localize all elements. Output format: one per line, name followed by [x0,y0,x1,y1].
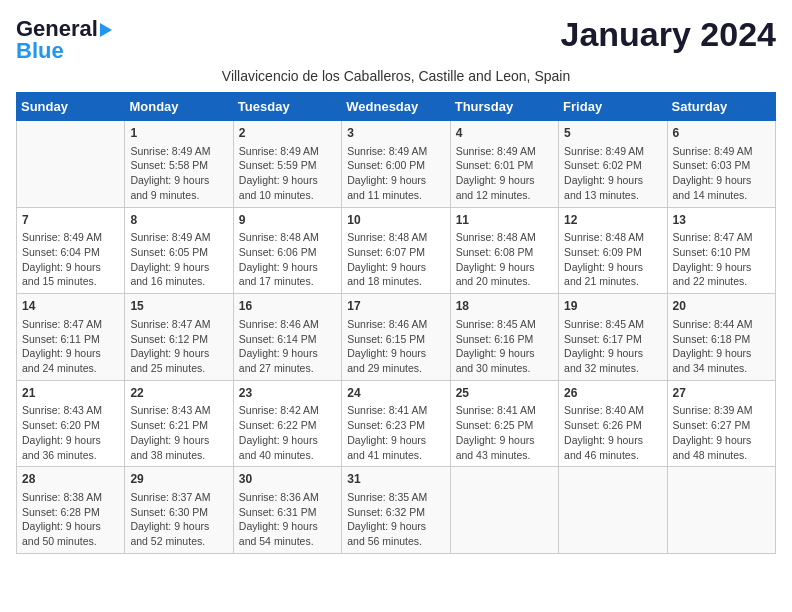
cell-line: and 54 minutes. [239,534,336,549]
cell-content: Sunrise: 8:38 AMSunset: 6:28 PMDaylight:… [22,490,119,549]
cell-line: Daylight: 9 hours [456,433,553,448]
cell-line: Sunset: 6:22 PM [239,418,336,433]
cell-line: Daylight: 9 hours [22,433,119,448]
cell-line: Daylight: 9 hours [239,346,336,361]
day-header-tuesday: Tuesday [233,93,341,121]
calendar-cell: 23Sunrise: 8:42 AMSunset: 6:22 PMDayligh… [233,380,341,467]
cell-line: and 32 minutes. [564,361,661,376]
cell-line: Daylight: 9 hours [673,260,770,275]
cell-line: Sunset: 5:58 PM [130,158,227,173]
cell-line: Sunrise: 8:39 AM [673,403,770,418]
cell-line: Sunrise: 8:37 AM [130,490,227,505]
day-number: 10 [347,212,444,229]
cell-content: Sunrise: 8:41 AMSunset: 6:25 PMDaylight:… [456,403,553,462]
week-row-5: 28Sunrise: 8:38 AMSunset: 6:28 PMDayligh… [17,467,776,554]
cell-line: Daylight: 9 hours [347,433,444,448]
cell-line: Daylight: 9 hours [564,433,661,448]
day-number: 22 [130,385,227,402]
cell-line: Sunrise: 8:48 AM [456,230,553,245]
cell-line: Sunset: 6:15 PM [347,332,444,347]
cell-line: and 12 minutes. [456,188,553,203]
cell-content: Sunrise: 8:49 AMSunset: 6:02 PMDaylight:… [564,144,661,203]
calendar-cell [450,467,558,554]
cell-line: and 18 minutes. [347,274,444,289]
day-number: 16 [239,298,336,315]
day-header-friday: Friday [559,93,667,121]
calendar-cell: 31Sunrise: 8:35 AMSunset: 6:32 PMDayligh… [342,467,450,554]
calendar-cell: 8Sunrise: 8:49 AMSunset: 6:05 PMDaylight… [125,207,233,294]
calendar-table: SundayMondayTuesdayWednesdayThursdayFrid… [16,92,776,554]
cell-line: and 25 minutes. [130,361,227,376]
calendar-cell: 29Sunrise: 8:37 AMSunset: 6:30 PMDayligh… [125,467,233,554]
day-number: 30 [239,471,336,488]
calendar-cell: 28Sunrise: 8:38 AMSunset: 6:28 PMDayligh… [17,467,125,554]
day-number: 7 [22,212,119,229]
day-number: 26 [564,385,661,402]
cell-line: Daylight: 9 hours [130,433,227,448]
calendar-cell: 12Sunrise: 8:48 AMSunset: 6:09 PMDayligh… [559,207,667,294]
cell-line: Sunset: 6:07 PM [347,245,444,260]
cell-line: Daylight: 9 hours [22,260,119,275]
cell-line: Daylight: 9 hours [239,173,336,188]
day-number: 20 [673,298,770,315]
day-number: 1 [130,125,227,142]
cell-line: and 17 minutes. [239,274,336,289]
cell-line: and 9 minutes. [130,188,227,203]
cell-line: Sunrise: 8:49 AM [130,230,227,245]
cell-content: Sunrise: 8:47 AMSunset: 6:10 PMDaylight:… [673,230,770,289]
cell-line: Daylight: 9 hours [673,173,770,188]
cell-line: Sunrise: 8:43 AM [130,403,227,418]
day-number: 9 [239,212,336,229]
cell-line: and 29 minutes. [347,361,444,376]
cell-line: and 38 minutes. [130,448,227,463]
cell-line: Daylight: 9 hours [347,173,444,188]
calendar-cell: 16Sunrise: 8:46 AMSunset: 6:14 PMDayligh… [233,294,341,381]
day-number: 23 [239,385,336,402]
cell-content: Sunrise: 8:36 AMSunset: 6:31 PMDaylight:… [239,490,336,549]
week-row-1: 1Sunrise: 8:49 AMSunset: 5:58 PMDaylight… [17,121,776,208]
cell-line: Sunrise: 8:35 AM [347,490,444,505]
day-number: 24 [347,385,444,402]
cell-content: Sunrise: 8:47 AMSunset: 6:11 PMDaylight:… [22,317,119,376]
day-number: 12 [564,212,661,229]
cell-line: Sunset: 6:26 PM [564,418,661,433]
cell-line: Sunset: 6:05 PM [130,245,227,260]
day-number: 14 [22,298,119,315]
calendar-cell: 10Sunrise: 8:48 AMSunset: 6:07 PMDayligh… [342,207,450,294]
day-number: 25 [456,385,553,402]
cell-content: Sunrise: 8:49 AMSunset: 6:01 PMDaylight:… [456,144,553,203]
day-number: 4 [456,125,553,142]
cell-line: Sunrise: 8:48 AM [564,230,661,245]
cell-line: Sunset: 6:11 PM [22,332,119,347]
day-number: 31 [347,471,444,488]
cell-line: Sunset: 6:00 PM [347,158,444,173]
cell-line: and 36 minutes. [22,448,119,463]
cell-line: Sunrise: 8:48 AM [347,230,444,245]
cell-line: Daylight: 9 hours [130,173,227,188]
title-block: January 2024 [561,16,777,53]
cell-line: Daylight: 9 hours [456,173,553,188]
cell-line: Daylight: 9 hours [347,346,444,361]
cell-line: Daylight: 9 hours [347,260,444,275]
cell-content: Sunrise: 8:47 AMSunset: 6:12 PMDaylight:… [130,317,227,376]
cell-line: and 21 minutes. [564,274,661,289]
cell-content: Sunrise: 8:45 AMSunset: 6:16 PMDaylight:… [456,317,553,376]
calendar-cell: 11Sunrise: 8:48 AMSunset: 6:08 PMDayligh… [450,207,558,294]
cell-line: and 22 minutes. [673,274,770,289]
cell-line: Sunrise: 8:49 AM [456,144,553,159]
calendar-cell: 21Sunrise: 8:43 AMSunset: 6:20 PMDayligh… [17,380,125,467]
cell-content: Sunrise: 8:45 AMSunset: 6:17 PMDaylight:… [564,317,661,376]
cell-line: Sunset: 6:10 PM [673,245,770,260]
cell-line: Sunrise: 8:47 AM [22,317,119,332]
day-number: 17 [347,298,444,315]
cell-content: Sunrise: 8:48 AMSunset: 6:07 PMDaylight:… [347,230,444,289]
logo: General Blue [16,16,112,64]
cell-content: Sunrise: 8:39 AMSunset: 6:27 PMDaylight:… [673,403,770,462]
cell-line: Sunrise: 8:49 AM [239,144,336,159]
cell-line: Sunrise: 8:49 AM [22,230,119,245]
logo-blue: Blue [16,38,64,64]
day-header-saturday: Saturday [667,93,775,121]
cell-content: Sunrise: 8:46 AMSunset: 6:14 PMDaylight:… [239,317,336,376]
cell-line: Sunrise: 8:45 AM [456,317,553,332]
calendar-cell: 13Sunrise: 8:47 AMSunset: 6:10 PMDayligh… [667,207,775,294]
